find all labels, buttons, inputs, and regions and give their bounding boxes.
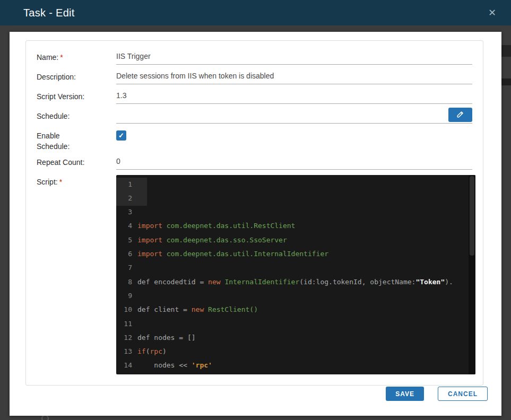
code-line: 13if(rpc) (116, 345, 475, 358)
code-text (132, 191, 137, 205)
code-line: 6import com.deepnet.das.util.InternalIde… (116, 247, 475, 261)
code-line: 9 (116, 289, 475, 303)
code-lines: 1234import com.deepnet.das.util.RestClie… (116, 175, 475, 373)
script-version-field-row: Script Version: (37, 90, 472, 104)
name-field-row: Name:* (37, 50, 472, 65)
enable-schedule-checkbox[interactable]: ✓ (116, 130, 126, 141)
code-line: 2 (116, 191, 475, 205)
editor-scrollbar-thumb[interactable] (470, 176, 474, 256)
schedule-input[interactable] (116, 109, 472, 124)
code-text: nodes << 'rpc' (132, 358, 212, 372)
close-button[interactable]: ✕ (486, 6, 498, 20)
script-editor[interactable]: 1234import com.deepnet.das.util.RestClie… (116, 175, 475, 374)
code-text (132, 317, 137, 331)
code-text: import com.deepnet.das.util.InternalIden… (132, 247, 328, 261)
line-number: 11 (116, 317, 132, 331)
enable-schedule-label: Enable Schedule: (37, 129, 116, 152)
close-icon: ✕ (488, 7, 496, 18)
code-line: 7 (116, 261, 475, 275)
script-version-label: Script Version: (37, 90, 116, 104)
schedule-edit-button[interactable] (448, 108, 472, 122)
line-number: 7 (116, 261, 132, 275)
code-text (132, 205, 137, 219)
script-version-input[interactable] (116, 90, 472, 104)
code-line: 11 (116, 317, 475, 331)
code-line: 5import com.deepnet.das.sso.SsoServer (116, 233, 475, 247)
repeat-count-field-row: Repeat Count: (37, 155, 472, 170)
description-field-row: Description: (37, 70, 472, 84)
code-line: 4import com.deepnet.das.util.RestClient (116, 219, 475, 233)
description-label: Description: (37, 70, 116, 84)
code-line: 12def nodes = [] (116, 331, 475, 345)
code-line: 1 (116, 178, 475, 191)
script-field-row: Script:* 1234import com.deepnet.das.util… (37, 175, 472, 374)
code-text (132, 178, 137, 191)
save-button[interactable]: SAVE (386, 387, 424, 401)
code-line: 3 (116, 205, 475, 219)
code-line: 10def client = new RestClient() (116, 303, 475, 317)
name-label: Name:* (37, 50, 116, 65)
script-label: Script:* (37, 175, 116, 374)
code-text (132, 289, 137, 303)
task-form-panel: Name:* Description: Script Version: Sche… (25, 40, 483, 386)
line-number: 9 (116, 289, 132, 303)
line-number: 8 (116, 275, 132, 289)
code-text (132, 261, 137, 275)
pencil-icon (456, 110, 465, 120)
repeat-count-label: Repeat Count: (37, 155, 116, 170)
code-text: if(rpc) (132, 345, 167, 358)
schedule-label: Schedule: (37, 109, 116, 124)
line-number: 5 (116, 233, 132, 247)
modal-header: Task - Edit ✕ (0, 0, 511, 25)
name-input[interactable] (116, 50, 472, 65)
line-number: 2 (116, 191, 132, 205)
editor-scrollbar[interactable] (469, 175, 475, 374)
code-text: def client = new RestClient() (132, 303, 258, 317)
schedule-field-row: Schedule: (37, 109, 472, 124)
modal-footer: SAVE CANCEL (386, 387, 488, 401)
line-number: 12 (116, 331, 132, 345)
description-input[interactable] (116, 70, 472, 84)
repeat-count-input[interactable] (116, 155, 472, 170)
line-number: 6 (116, 247, 132, 261)
line-number: 1 (116, 178, 132, 191)
line-number: 10 (116, 303, 132, 317)
required-asterisk: * (60, 53, 63, 62)
code-line: 14 nodes << 'rpc' (116, 358, 475, 372)
line-number: 13 (116, 345, 132, 358)
check-icon: ✓ (118, 132, 124, 139)
background-artifact (501, 78, 511, 85)
code-text: def nodes = [] (132, 331, 196, 345)
code-line: 8def encodedtid = new InternalIdentifier… (116, 275, 475, 289)
cancel-button[interactable]: CANCEL (438, 387, 488, 401)
required-asterisk: * (59, 178, 62, 186)
enable-schedule-field-row: Enable Schedule: ✓ (37, 129, 472, 152)
task-edit-modal: Name:* Description: Script Version: Sche… (10, 32, 501, 416)
line-number: 4 (116, 219, 132, 233)
code-text: def encodedtid = new InternalIdentifier(… (132, 275, 453, 289)
line-number: 14 (116, 358, 132, 372)
code-text: import com.deepnet.das.util.RestClient (132, 219, 295, 233)
line-number: 3 (116, 205, 132, 219)
modal-title: Task - Edit (23, 7, 486, 19)
background-artifact (501, 45, 511, 57)
code-text: import com.deepnet.das.sso.SsoServer (132, 233, 287, 247)
